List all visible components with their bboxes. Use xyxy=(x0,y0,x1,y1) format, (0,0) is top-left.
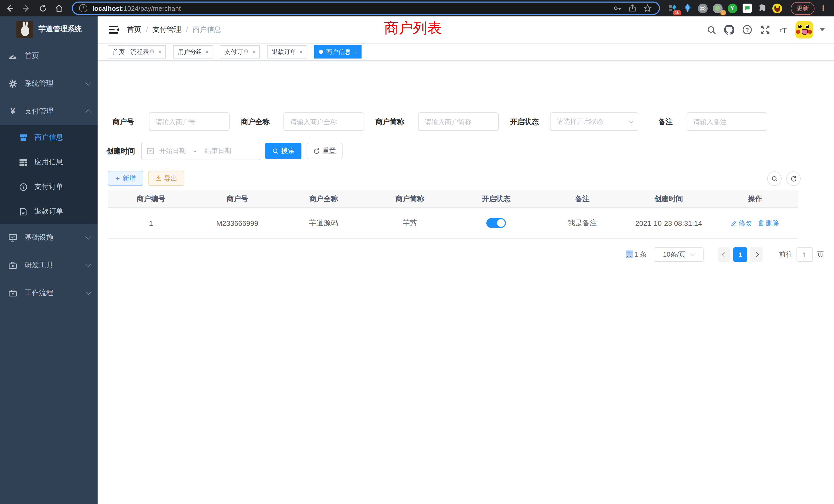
tab-pay-order[interactable]: 支付订单× xyxy=(220,45,260,59)
extension-diamond-icon[interactable]: 10 xyxy=(667,3,678,13)
sidebar-item-infra[interactable]: 基础设施 xyxy=(0,224,97,251)
close-icon[interactable]: × xyxy=(300,49,303,55)
gear-icon xyxy=(9,79,17,88)
remark-input[interactable] xyxy=(687,112,767,131)
date-range-input[interactable]: 开始日期 - 结束日期 xyxy=(141,142,260,160)
info-icon[interactable]: i xyxy=(79,4,87,12)
sidebar-item-dev-tools[interactable]: 研发工具 xyxy=(0,251,97,279)
caret-down-icon[interactable] xyxy=(820,28,825,31)
extension-command-icon[interactable] xyxy=(697,3,708,13)
close-icon[interactable]: × xyxy=(252,49,256,55)
page-size-select[interactable]: 10条/页 xyxy=(654,247,704,262)
prev-page-button[interactable] xyxy=(718,247,730,262)
extension-chat-icon[interactable] xyxy=(742,3,752,13)
status-select[interactable]: 请选择开启状态 xyxy=(550,112,638,131)
status-select-placeholder: 请选择开启状态 xyxy=(557,117,603,126)
avatar[interactable] xyxy=(795,21,813,39)
home-icon[interactable] xyxy=(52,2,66,15)
key-icon[interactable] xyxy=(613,4,621,12)
fullscreen-icon[interactable] xyxy=(760,24,771,36)
app-logo-row[interactable]: 芋道管理系统 xyxy=(0,17,97,42)
close-icon[interactable]: × xyxy=(158,49,161,55)
export-button[interactable]: 导出 xyxy=(148,171,184,186)
end-date-placeholder[interactable]: 结束日期 xyxy=(205,146,232,156)
col-merchant-no: 商户号 xyxy=(194,190,280,207)
font-size-icon[interactable]: тT xyxy=(777,24,789,36)
tab-process-form[interactable]: 流程表单× xyxy=(126,45,166,59)
sidebar-item-label: 首页 xyxy=(25,51,90,61)
extension-gem-icon[interactable] xyxy=(682,3,693,13)
col-actions: 操作 xyxy=(712,190,798,207)
goto-page-input[interactable] xyxy=(796,247,813,262)
sidebar-item-label: 商户信息 xyxy=(35,133,90,142)
close-icon[interactable]: × xyxy=(205,49,209,55)
share-icon[interactable] xyxy=(629,4,636,12)
pagination: 共 1 条 10条/页 1 前往 页 xyxy=(626,247,824,262)
col-merchant-id: 商户编号 xyxy=(108,190,194,207)
help-icon[interactable]: ? xyxy=(742,24,753,36)
close-icon[interactable]: × xyxy=(354,49,357,55)
extension-y-icon[interactable]: Y xyxy=(727,3,738,13)
sidebar-item-label: 支付订单 xyxy=(35,182,90,191)
app-title: 芋道管理系统 xyxy=(39,25,82,34)
emoji-face-icon[interactable] xyxy=(772,3,782,13)
active-dot xyxy=(319,50,323,54)
add-button[interactable]: + 新增 xyxy=(108,171,143,186)
sidebar-item-pay-order[interactable]: ¥ 支付订单 xyxy=(0,175,97,199)
hamburger-icon[interactable] xyxy=(108,24,120,36)
sidebar-item-label: 退款订单 xyxy=(35,207,90,216)
forward-icon[interactable] xyxy=(20,2,33,15)
search-icon[interactable] xyxy=(706,24,717,36)
browser-update-button[interactable]: 更新 xyxy=(791,2,814,15)
sidebar-item-refund-order[interactable]: 退款订单 xyxy=(0,199,97,224)
tab-merchant-info[interactable]: 商户信息× xyxy=(314,45,362,59)
sidebar-item-merchant-info[interactable]: 商户信息 xyxy=(0,125,97,150)
chevron-down-icon xyxy=(86,289,91,295)
short-name-input[interactable] xyxy=(418,112,499,131)
breadcrumb-pay[interactable]: 支付管理 xyxy=(153,25,181,35)
back-icon[interactable] xyxy=(3,2,17,15)
edit-link[interactable]: 修改 xyxy=(731,219,752,228)
full-name-input[interactable] xyxy=(284,112,364,131)
cell-created: 2021-10-23 08:31:14 xyxy=(626,208,712,238)
status-toggle[interactable] xyxy=(486,218,506,228)
app: 芋道管理系统 首页 系统管理 ¥ 支付管理 xyxy=(0,17,834,504)
sidebar-item-system[interactable]: 系统管理 xyxy=(0,70,97,97)
field-label-short-name: 商户简称 xyxy=(371,112,404,131)
sidebar-item-app-info[interactable]: 应用信息 xyxy=(0,150,97,175)
breadcrumb-home[interactable]: 首页 xyxy=(127,25,141,35)
yen-icon: ¥ xyxy=(9,107,17,115)
col-created: 创建时间 xyxy=(626,190,712,207)
sidebar-item-pay[interactable]: ¥ 支付管理 xyxy=(0,97,97,125)
monitor-icon xyxy=(9,233,17,242)
total-count: 共 1 条 xyxy=(626,250,646,259)
search-button[interactable]: 搜索 xyxy=(265,143,302,159)
reload-icon[interactable] xyxy=(36,2,49,15)
page-1-button[interactable]: 1 xyxy=(733,247,747,262)
url-path: :1024/pay/merchant xyxy=(122,4,181,12)
github-icon[interactable] xyxy=(724,24,735,36)
app-logo xyxy=(17,21,34,38)
extension-monitor-icon[interactable]: 1 xyxy=(712,3,723,13)
main-panel: 首页 / 支付管理 / 商户信息 商户列表 ? тT xyxy=(97,17,834,504)
address-bar[interactable]: i localhost:1024/pay/merchant xyxy=(72,2,660,15)
puzzle-icon[interactable] xyxy=(757,3,767,13)
chevron-up-icon xyxy=(86,110,91,115)
next-page-button[interactable] xyxy=(750,247,763,262)
dashboard-icon xyxy=(9,52,17,60)
field-label-remark: 备注 xyxy=(644,112,673,131)
sidebar-item-home[interactable]: 首页 xyxy=(0,42,97,70)
refresh-table-button[interactable] xyxy=(786,171,800,186)
sidebar-item-workflow[interactable]: 工作流程 xyxy=(0,279,97,307)
cell-remark: 我是备注 xyxy=(539,208,626,238)
toggle-search-button[interactable] xyxy=(767,171,782,186)
tab-user-group[interactable]: 用户分组× xyxy=(173,45,213,59)
menu-dots-icon[interactable]: ••• xyxy=(822,5,825,11)
star-icon[interactable] xyxy=(643,4,652,12)
delete-link[interactable]: 删除 xyxy=(758,219,779,228)
url-host: localhost xyxy=(92,4,122,12)
tab-refund-order[interactable]: 退款订单× xyxy=(267,45,307,59)
merchant-no-input[interactable] xyxy=(149,112,229,131)
reset-button[interactable]: 重置 xyxy=(307,143,343,159)
start-date-placeholder[interactable]: 开始日期 xyxy=(159,146,186,156)
